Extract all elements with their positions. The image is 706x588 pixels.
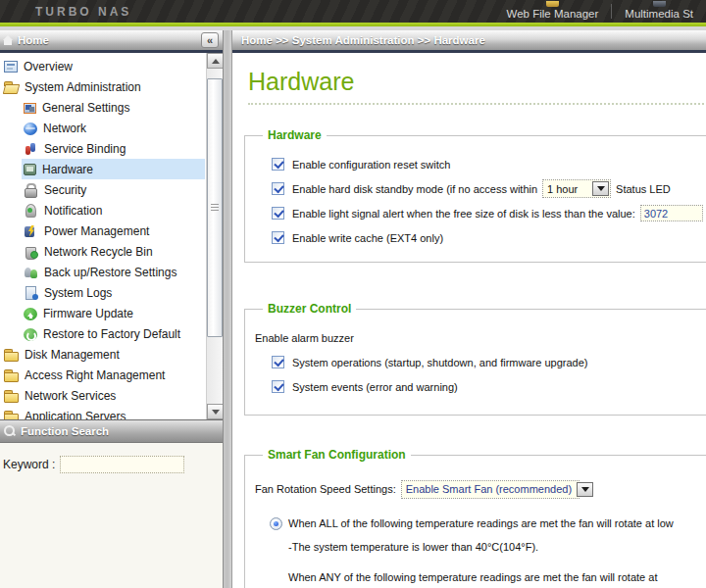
hdd-standby-checkbox[interactable] xyxy=(272,182,284,195)
sidebar-item-label: Network Services xyxy=(24,389,116,403)
main-layout: Home « Overview System Administration Ge… xyxy=(0,26,706,588)
smart-fan-description: When ALL of the following temperature re… xyxy=(288,516,674,588)
sidebar-item-power-management[interactable]: Power Management xyxy=(22,220,205,241)
sidebar-item-label: General Settings xyxy=(41,101,129,115)
smart-fan-default-radio[interactable] xyxy=(270,517,282,530)
menu-item-label: Multimedia St xyxy=(625,8,693,20)
smart-fan-section-legend: Smart Fan Configuration xyxy=(263,448,411,462)
sidebar-item-system-administration[interactable]: System Administration xyxy=(4,76,205,97)
sidebar-item-general-settings[interactable]: General Settings xyxy=(22,97,205,118)
recycle-bin-icon xyxy=(24,245,38,259)
sidebar-item-hardware[interactable]: Hardware xyxy=(22,159,205,179)
checkbox-label: Enable write cache (EXT4 only) xyxy=(292,232,443,244)
checkbox-label: System events (error and warning) xyxy=(292,381,458,393)
sidebar-item-network-services[interactable]: Network Services xyxy=(4,385,205,406)
top-bar: TURBO NAS Web File Manager Multimedia St xyxy=(0,0,706,23)
sidebar-item-backup-restore-settings[interactable]: Back up/Restore Settings xyxy=(22,262,205,282)
config-reset-checkbox[interactable] xyxy=(272,158,284,171)
breadcrumb: Home >> System Administration >> Hardwar… xyxy=(241,34,485,46)
sidebar-item-restore-to-factory-default[interactable]: Restore to Factory Default xyxy=(22,323,205,344)
free-size-threshold-input[interactable] xyxy=(640,205,703,221)
sidebar-item-network-recycle-bin[interactable]: Network Recycle Bin xyxy=(22,241,205,262)
scroll-up-button[interactable] xyxy=(207,53,223,69)
arrow-up-icon xyxy=(212,59,220,64)
sidebar-item-label: Hardware xyxy=(41,163,93,176)
dropdown-arrow-icon[interactable] xyxy=(592,181,609,196)
fan-speed-label: Fan Rotation Speed Settings: xyxy=(255,483,396,495)
sidebar-item-service-binding[interactable]: Service Binding xyxy=(22,138,205,159)
smart-fan-option: When ALL of the following temperature re… xyxy=(255,516,706,588)
scroll-down-button[interactable] xyxy=(207,404,223,419)
panel-splitter[interactable] xyxy=(224,30,231,588)
menu-item-multimedia-station[interactable]: Multimedia St xyxy=(612,1,706,23)
keyword-label: Keyword : xyxy=(3,456,55,471)
sidebar-item-label: Security xyxy=(43,183,86,197)
notification-icon xyxy=(24,204,38,218)
write-cache-checkbox[interactable] xyxy=(272,231,284,244)
overview-icon xyxy=(4,61,18,73)
standby-time-value: 1 hour xyxy=(547,183,582,195)
checkbox-row: Enable light signal alert when the free … xyxy=(255,201,706,225)
status-led-label: Status LED xyxy=(616,183,671,195)
checkbox-label: System operations (startup, shutdown, an… xyxy=(292,357,587,368)
sidebar-item-label: Restore to Factory Default xyxy=(42,327,180,341)
folder-icon xyxy=(4,389,19,403)
sidebar-item-label: Back up/Restore Settings xyxy=(43,266,176,279)
left-panel-header: Home « xyxy=(0,30,223,53)
system-operations-checkbox[interactable] xyxy=(272,356,284,368)
keyword-input[interactable] xyxy=(60,456,184,473)
lock-icon xyxy=(24,183,38,197)
dotted-divider xyxy=(248,103,706,105)
fan-any-condition: When ANY of the following temperature re… xyxy=(288,571,674,583)
checkbox-label: Enable light signal alert when the free … xyxy=(292,208,635,220)
firmware-update-icon xyxy=(24,308,37,320)
standby-time-select[interactable]: 1 hour xyxy=(542,179,611,198)
function-search-header: Function Search xyxy=(0,419,223,443)
multimedia-station-icon xyxy=(653,1,666,7)
sidebar-item-access-right-management[interactable]: Access Right Management xyxy=(4,365,205,385)
sidebar-item-system-logs[interactable]: System Logs xyxy=(22,282,205,303)
sidebar-item-security[interactable]: Security xyxy=(22,179,205,200)
sidebar-item-overview[interactable]: Overview xyxy=(4,56,205,76)
checkbox-label: Enable hard disk standby mode (if no acc… xyxy=(292,183,537,195)
left-panel-title: Home xyxy=(18,34,49,46)
system-logs-icon xyxy=(24,286,38,300)
checkbox-row: Enable configuration reset switch xyxy=(255,152,706,176)
light-signal-alert-checkbox[interactable] xyxy=(272,207,284,220)
sidebar-item-notification[interactable]: Notification xyxy=(22,200,205,220)
sidebar-item-label: Overview xyxy=(23,60,73,74)
fan-speed-select[interactable]: Enable Smart Fan (recommended) xyxy=(401,480,580,499)
home-icon xyxy=(3,35,14,45)
menu-item-label: Web File Manager xyxy=(507,8,599,20)
sidebar-item-firmware-update[interactable]: Firmware Update xyxy=(22,303,205,323)
folder-icon xyxy=(4,348,19,362)
buzzer-intro-row: Enable alarm buzzer xyxy=(255,325,706,350)
checkbox-row: Enable write cache (EXT4 only) xyxy=(255,225,706,250)
page-title: Hardware xyxy=(248,68,706,96)
collapse-panel-button[interactable]: « xyxy=(201,32,219,48)
fan-all-condition: When ALL of the following temperature re… xyxy=(288,516,674,530)
sidebar-item-disk-management[interactable]: Disk Management xyxy=(4,344,205,365)
system-events-checkbox[interactable] xyxy=(272,380,284,393)
scrollbar-thumb[interactable] xyxy=(207,78,223,337)
menu-item-web-file-manager[interactable]: Web File Manager xyxy=(494,1,612,23)
sidebar-item-label: System Logs xyxy=(43,286,112,300)
search-icon xyxy=(4,425,16,437)
hardware-section: Hardware Enable configuration reset swit… xyxy=(244,128,706,263)
backup-restore-icon xyxy=(24,266,38,279)
power-icon xyxy=(24,224,38,238)
dropdown-arrow-icon[interactable] xyxy=(577,482,593,497)
left-panel: Home « Overview System Administration Ge… xyxy=(0,30,224,588)
checkbox-row: Enable hard disk standby mode (if no acc… xyxy=(255,176,706,201)
sidebar-item-network[interactable]: Network xyxy=(22,118,205,138)
sidebar-item-label: Service Binding xyxy=(43,142,126,156)
brand-logo: TURBO NAS xyxy=(0,5,131,23)
navigation-tree: Overview System Administration General S… xyxy=(0,53,223,419)
tree-scrollbar[interactable] xyxy=(206,53,223,419)
fan-speed-row: Fan Rotation Speed Settings: Enable Smar… xyxy=(255,476,706,502)
sidebar-item-application-servers[interactable]: Application Servers xyxy=(4,406,205,419)
factory-restore-icon xyxy=(24,328,37,341)
page-content: Hardware Hardware Enable configuration r… xyxy=(232,53,706,588)
checkbox-row: System events (error and warning) xyxy=(255,374,706,399)
fan-speed-value: Enable Smart Fan (recommended) xyxy=(406,483,577,495)
